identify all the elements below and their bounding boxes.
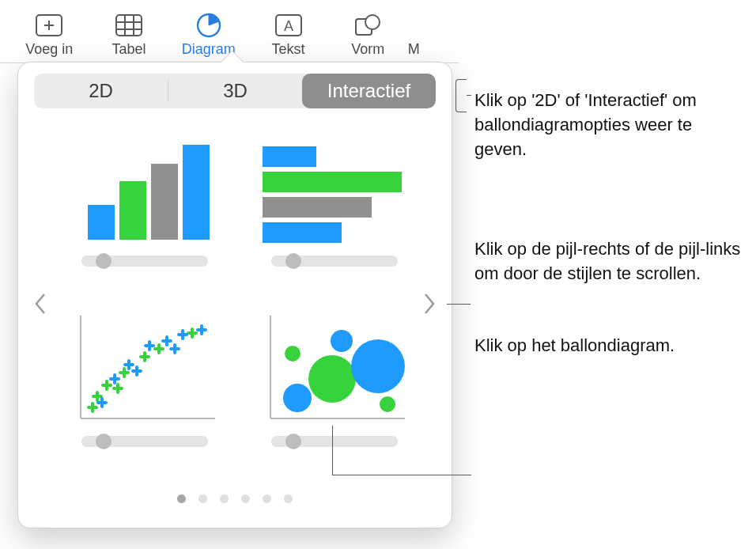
callout-line <box>447 304 471 305</box>
chart-style-bar[interactable] <box>255 129 414 267</box>
chart-preview <box>66 129 224 248</box>
callout-arrows: Klik op de pijl-rechts of de pijl-links … <box>474 237 743 286</box>
svg-point-59 <box>285 346 301 362</box>
svg-rect-20 <box>263 222 342 243</box>
chart-icon <box>193 9 225 41</box>
chevron-left-icon[interactable] <box>29 288 51 320</box>
svg-text:A: A <box>284 18 293 34</box>
chart-style-column[interactable] <box>66 129 224 267</box>
style-slider[interactable] <box>81 256 208 267</box>
toolbar-media[interactable]: M <box>408 6 449 58</box>
toolbar-text[interactable]: A Tekst <box>248 6 328 58</box>
callout-line <box>467 95 471 96</box>
svg-point-64 <box>380 396 395 412</box>
callout-line <box>332 426 333 475</box>
toolbar-insert[interactable]: Voeg in <box>9 6 89 58</box>
toolbar-label: Tabel <box>112 41 146 58</box>
svg-rect-18 <box>263 172 402 192</box>
svg-rect-16 <box>183 145 210 240</box>
svg-rect-13 <box>88 205 115 240</box>
toolbar-label: Vorm <box>351 41 384 58</box>
page-dot[interactable] <box>220 494 229 503</box>
style-slider[interactable] <box>81 436 208 447</box>
toolbar-label: M <box>408 41 420 58</box>
toolbar-table[interactable]: Tabel <box>89 6 169 58</box>
page-dot[interactable] <box>263 494 271 503</box>
svg-rect-19 <box>263 197 372 218</box>
callout-bracket <box>455 79 467 112</box>
tab-interactive[interactable]: Interactief <box>302 74 436 108</box>
toolbar-label: Tekst <box>272 41 305 58</box>
chart-style-grid <box>34 126 436 482</box>
svg-rect-3 <box>116 15 142 36</box>
shape-icon <box>352 9 384 41</box>
callouts: Klik op '2D' of 'Interactief' om ballond… <box>474 89 743 406</box>
style-slider[interactable] <box>271 256 398 267</box>
text-icon: A <box>273 9 304 41</box>
chart-preview <box>255 309 414 428</box>
chevron-right-icon[interactable] <box>418 288 440 320</box>
chart-preview <box>255 129 414 248</box>
insert-icon <box>33 9 65 41</box>
svg-point-62 <box>331 330 353 352</box>
callout-line <box>332 475 471 475</box>
toolbar-shape[interactable]: Vorm <box>328 6 408 58</box>
svg-point-60 <box>283 384 312 412</box>
callout-tabs: Klik op '2D' of 'Interactief' om ballond… <box>474 89 743 161</box>
page-dot[interactable] <box>241 494 250 503</box>
page-dot[interactable] <box>177 494 186 503</box>
table-icon <box>113 9 145 41</box>
chart-type-segmented: 2D 3D Interactief <box>34 74 436 108</box>
svg-point-63 <box>351 339 405 393</box>
callout-bubble: Klik op het ballondiagram. <box>474 334 743 358</box>
chart-style-bubble[interactable] <box>255 309 414 447</box>
media-icon <box>408 9 440 41</box>
tab-2d[interactable]: 2D <box>34 74 168 108</box>
toolbar-label: Voeg in <box>25 41 73 58</box>
svg-rect-15 <box>151 164 178 240</box>
style-slider[interactable] <box>271 436 398 447</box>
chart-picker-popover: 2D 3D Interactief <box>17 62 452 528</box>
page-dot[interactable] <box>284 494 293 503</box>
page-dot[interactable] <box>198 494 207 503</box>
toolbar-chart[interactable]: Diagram <box>168 6 248 58</box>
chart-style-scatter[interactable] <box>66 309 224 447</box>
svg-rect-14 <box>119 181 146 240</box>
page-dots[interactable] <box>34 494 436 503</box>
svg-rect-17 <box>263 146 316 167</box>
tab-3d[interactable]: 3D <box>168 74 302 108</box>
chart-preview <box>66 309 224 428</box>
svg-point-61 <box>308 355 356 403</box>
svg-point-12 <box>365 15 380 29</box>
